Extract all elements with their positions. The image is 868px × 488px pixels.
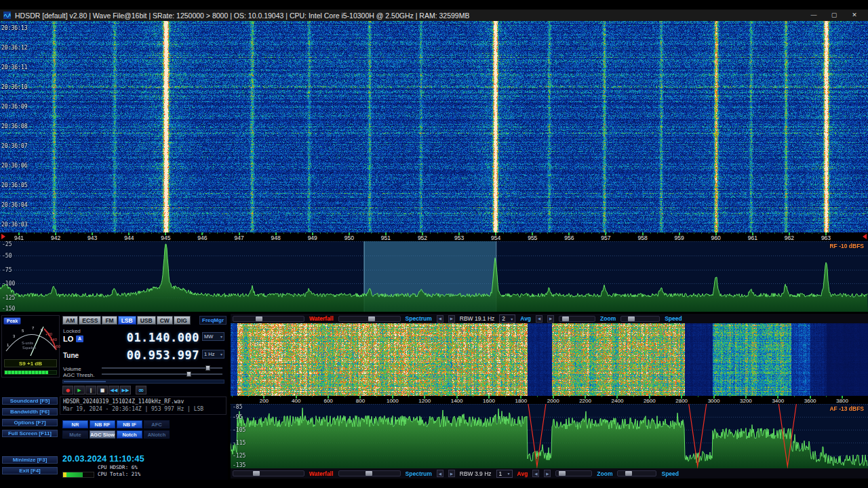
- spectrum-label: Spectrum: [406, 315, 432, 322]
- mode-button-cw[interactable]: CW: [157, 316, 173, 325]
- control-panel: Peak 13579+20+40+60 S-units Squelch S9 +…: [0, 314, 228, 480]
- rbw-label: RBW 3.9 Hz: [460, 470, 492, 477]
- peak-button[interactable]: Peak: [3, 317, 21, 325]
- ruler-tick-label: 962: [785, 235, 794, 241]
- dsp-button-notch[interactable]: Notch: [117, 430, 142, 439]
- ruler-tick-label: 1800: [515, 398, 527, 404]
- agc-threshold-label: AGC Thresh.: [63, 372, 95, 378]
- close-button[interactable]: ✕: [844, 9, 865, 21]
- dsp-button-mute[interactable]: Mute: [62, 430, 88, 439]
- mode-button-am[interactable]: AM: [62, 316, 78, 325]
- avg-count-select[interactable]: 2▾: [499, 314, 515, 323]
- dsp-button-nb-if[interactable]: NB IF: [117, 420, 142, 428]
- rf-waterfall[interactable]: 20:36:1320:36:1220:36:1120:36:1020:36:09…: [0, 21, 868, 232]
- speed-label: Speed: [665, 315, 682, 322]
- s-meter-scale-label: 1: [7, 343, 9, 347]
- dsp-button-nb-rf[interactable]: NB RF: [90, 420, 115, 428]
- avg-count-select[interactable]: 1▾: [496, 470, 513, 478]
- sys-button-minimize[interactable]: Minimize [F3]: [1, 455, 58, 464]
- sys-button-exit[interactable]: Exit [F4]: [1, 466, 58, 475]
- rbw-decrease-button[interactable]: ◀: [437, 470, 443, 477]
- caret-down-icon: ▾: [511, 317, 513, 321]
- db-scale-label: -75: [2, 267, 12, 273]
- maximize-button[interactable]: ▢: [824, 9, 844, 21]
- ruler-tick-label: 2800: [675, 398, 688, 404]
- mode-button-dig[interactable]: DIG: [174, 316, 191, 325]
- waterfall-brightness-slider[interactable]: [338, 470, 401, 476]
- tune-frequency-display[interactable]: 00.953.997: [92, 348, 199, 362]
- play-button[interactable]: ▶: [74, 386, 85, 394]
- lo-channel-badge[interactable]: A: [76, 336, 83, 342]
- cpu-hdsdr-label: CPU HDSDR: 6%: [98, 464, 138, 470]
- waterfall-speed-slider[interactable]: [62, 380, 224, 384]
- speed-slider[interactable]: [620, 316, 660, 322]
- caret-down-icon: ▾: [508, 471, 510, 476]
- lo-band-select[interactable]: MW▾: [202, 332, 224, 341]
- signal-strength-bar: [4, 370, 57, 375]
- nav-button-bandwidth[interactable]: Bandwidth [F6]: [1, 407, 58, 416]
- rf-spectrum[interactable]: -25-50-75-100-125-150 RF -10 dBFS: [0, 241, 868, 312]
- loop-button[interactable]: ∞: [136, 386, 146, 394]
- ruler-tick-label: 600: [323, 398, 332, 404]
- zoom-out-button[interactable]: ◀: [532, 470, 539, 477]
- nav-button-soundcard[interactable]: Soundcard [F5]: [1, 396, 58, 405]
- rf-waterfall-canvas[interactable]: [0, 21, 868, 232]
- af-waterfall-canvas[interactable]: [231, 323, 868, 396]
- zoom-in-button[interactable]: ▶: [544, 470, 551, 477]
- ruler-tick-label: 951: [381, 235, 391, 241]
- mode-button-ecss[interactable]: ECSS: [79, 316, 101, 325]
- dsp-button-agc-slow[interactable]: AGC Slow: [90, 430, 115, 439]
- rbw-increase-button[interactable]: ▶: [448, 470, 455, 477]
- hdsdr-window: HDSDR [default] v2.80 | Wave File@16bit …: [0, 0, 868, 488]
- waterfall-contrast-slider[interactable]: [233, 316, 304, 322]
- rf-spectrum-canvas[interactable]: [0, 241, 868, 312]
- nav-button-full[interactable]: Full Screen [F11]: [1, 429, 58, 438]
- af-frequency-ruler[interactable]: 2004006008001000120014001600180020002200…: [231, 396, 868, 404]
- speed-slider[interactable]: [617, 470, 656, 476]
- rf-frequency-ruler[interactable]: 9419429439449459469479489499509519529539…: [0, 232, 868, 241]
- dsp-button-anotch[interactable]: ANotch: [144, 430, 170, 439]
- minimize-button[interactable]: —: [804, 9, 824, 21]
- db-scale-label: -50: [2, 253, 12, 259]
- avg-count-value: 2: [502, 315, 505, 322]
- record-button[interactable]: ●: [62, 386, 73, 394]
- dsp-button-nr[interactable]: NR: [62, 420, 88, 428]
- zoom-slider[interactable]: [559, 316, 595, 322]
- zoom-out-button[interactable]: ◀: [536, 315, 542, 323]
- cpu-meter-bar: [62, 472, 94, 478]
- stop-button[interactable]: ■: [97, 386, 108, 394]
- ruler-tick-label: 941: [14, 235, 24, 241]
- rbw-increase-button[interactable]: ▶: [448, 315, 455, 323]
- mode-button-usb[interactable]: USB: [137, 316, 156, 325]
- ruler-tick-label: 3600: [804, 398, 816, 404]
- waterfall-label: Waterfall: [309, 315, 334, 322]
- af-spectrum-canvas[interactable]: [231, 404, 868, 468]
- rewind-button[interactable]: ◀◀: [108, 386, 119, 394]
- waterfall-contrast-slider[interactable]: [233, 470, 304, 476]
- pause-button[interactable]: ‖: [85, 386, 96, 394]
- lo-frequency-display[interactable]: 01.140.000: [92, 331, 199, 344]
- playback-controls: ●▶‖■◀◀▶▶∞: [62, 386, 146, 394]
- zoom-slider[interactable]: [555, 470, 592, 476]
- ruler-tick-label: 1000: [387, 398, 399, 404]
- waterfall-brightness-slider[interactable]: [338, 316, 401, 322]
- dsp-button-afc[interactable]: AFC: [144, 420, 170, 428]
- ruler-tick-label: 944: [124, 235, 134, 241]
- tune-step-select[interactable]: 1 Hz▾: [202, 350, 224, 359]
- af-waterfall-controls: Waterfall Spectrum ◀ ▶ RBW 19.1 Hz 2▾ Av…: [231, 314, 868, 323]
- mode-button-fm[interactable]: FM: [102, 316, 117, 325]
- ruler-tick-label: 2000: [547, 398, 559, 404]
- mode-button-lsb[interactable]: LSB: [118, 316, 136, 325]
- ruler-tick-label: 955: [528, 235, 537, 241]
- ruler-tick-label: 2600: [644, 398, 656, 404]
- ruler-tick-label: 400: [292, 398, 300, 404]
- ruler-tick-label: 948: [271, 235, 281, 241]
- freqmgr-button[interactable]: FreqMgr: [199, 316, 226, 325]
- rbw-decrease-button[interactable]: ◀: [437, 315, 443, 323]
- agc-threshold-slider[interactable]: [102, 371, 222, 377]
- forward-button[interactable]: ▶▶: [120, 386, 131, 394]
- zoom-in-button[interactable]: ▶: [547, 315, 554, 323]
- af-spectrum[interactable]: -85-95-105-115-125-135 AF -13 dBFS: [231, 404, 868, 468]
- volume-slider[interactable]: [102, 365, 222, 371]
- nav-button-options[interactable]: Options [F7]: [1, 418, 58, 427]
